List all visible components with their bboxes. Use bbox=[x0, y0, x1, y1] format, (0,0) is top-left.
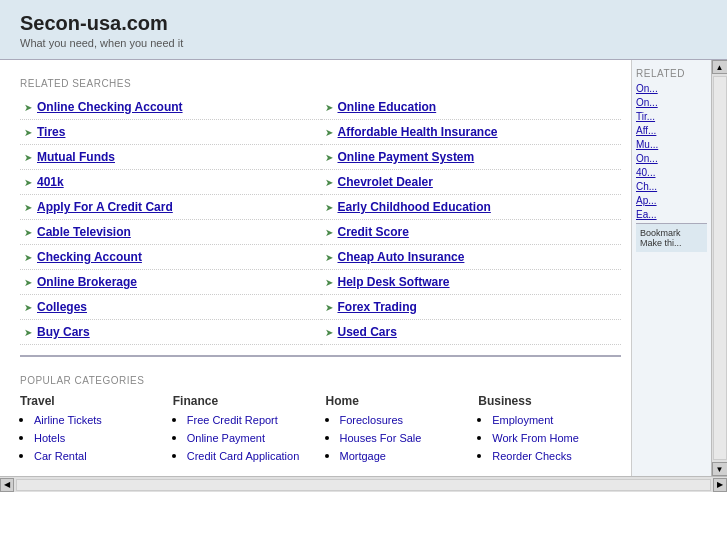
search-link[interactable]: 401k bbox=[37, 175, 64, 189]
bookmark-line2: Make thi... bbox=[640, 238, 682, 248]
arrow-icon: ➤ bbox=[24, 252, 32, 263]
sidebar-link[interactable]: Aff... bbox=[636, 125, 707, 136]
category-link[interactable]: Hotels bbox=[34, 432, 65, 444]
category-title: Travel bbox=[20, 394, 163, 408]
search-link[interactable]: Early Childhood Education bbox=[338, 200, 491, 214]
search-item-right[interactable]: ➤Online Education bbox=[321, 95, 622, 120]
category-title: Home bbox=[326, 394, 469, 408]
search-item-left[interactable]: ➤Tires bbox=[20, 120, 321, 145]
sidebar-link[interactable]: 40... bbox=[636, 167, 707, 178]
search-item-right[interactable]: ➤Credit Score bbox=[321, 220, 622, 245]
category-link[interactable]: Free Credit Report bbox=[187, 414, 278, 426]
search-link[interactable]: Tires bbox=[37, 125, 65, 139]
site-title: Secon-usa.com bbox=[20, 12, 707, 35]
category-link[interactable]: Credit Card Application bbox=[187, 450, 300, 462]
scroll-right-button[interactable]: ▶ bbox=[713, 478, 727, 492]
category-title: Business bbox=[478, 394, 621, 408]
search-item-left[interactable]: ➤401k bbox=[20, 170, 321, 195]
search-link[interactable]: Help Desk Software bbox=[338, 275, 450, 289]
search-link[interactable]: Used Cars bbox=[338, 325, 397, 339]
category-column: BusinessEmploymentWork From HomeReorder … bbox=[478, 394, 621, 466]
category-link[interactable]: Foreclosures bbox=[340, 414, 404, 426]
list-item: Foreclosures bbox=[340, 412, 469, 427]
list-item: Credit Card Application bbox=[187, 448, 316, 463]
arrow-icon: ➤ bbox=[24, 127, 32, 138]
search-link[interactable]: Online Payment System bbox=[338, 150, 475, 164]
sidebar-link[interactable]: On... bbox=[636, 83, 707, 94]
category-link[interactable]: Houses For Sale bbox=[340, 432, 422, 444]
arrow-icon: ➤ bbox=[325, 227, 333, 238]
sidebar-link[interactable]: Tir... bbox=[636, 111, 707, 122]
scroll-down-button[interactable]: ▼ bbox=[712, 462, 728, 476]
header-section: Secon-usa.com What you need, when you ne… bbox=[0, 0, 727, 60]
search-link[interactable]: Cable Television bbox=[37, 225, 131, 239]
search-item-right[interactable]: ➤Forex Trading bbox=[321, 295, 622, 320]
list-item: Online Payment bbox=[187, 430, 316, 445]
category-column: TravelAirline TicketsHotelsCar Rental bbox=[20, 394, 163, 466]
horizontal-scrollbar[interactable]: ◀ ▶ bbox=[0, 476, 727, 492]
category-title: Finance bbox=[173, 394, 316, 408]
vertical-scrollbar[interactable]: ▲ ▼ bbox=[711, 60, 727, 476]
list-item: Airline Tickets bbox=[34, 412, 163, 427]
category-list: Free Credit ReportOnline PaymentCredit C… bbox=[173, 412, 316, 463]
searches-grid: ➤Online Checking Account➤Online Educatio… bbox=[20, 95, 621, 345]
arrow-icon: ➤ bbox=[325, 277, 333, 288]
sidebar-link[interactable]: On... bbox=[636, 153, 707, 164]
arrow-icon: ➤ bbox=[325, 202, 333, 213]
search-link[interactable]: Affordable Health Insurance bbox=[338, 125, 498, 139]
categories-grid: TravelAirline TicketsHotelsCar RentalFin… bbox=[20, 394, 621, 466]
sidebar-link[interactable]: On... bbox=[636, 97, 707, 108]
scroll-up-button[interactable]: ▲ bbox=[712, 60, 728, 74]
search-link[interactable]: Online Education bbox=[338, 100, 437, 114]
search-link[interactable]: Mutual Funds bbox=[37, 150, 115, 164]
search-link[interactable]: Checking Account bbox=[37, 250, 142, 264]
search-item-right[interactable]: ➤Help Desk Software bbox=[321, 270, 622, 295]
search-item-left[interactable]: ➤Cable Television bbox=[20, 220, 321, 245]
search-item-left[interactable]: ➤Buy Cars bbox=[20, 320, 321, 345]
sidebar-link[interactable]: Ap... bbox=[636, 195, 707, 206]
search-link[interactable]: Online Checking Account bbox=[37, 100, 183, 114]
search-item-left[interactable]: ➤Colleges bbox=[20, 295, 321, 320]
search-link[interactable]: Cheap Auto Insurance bbox=[338, 250, 465, 264]
search-link[interactable]: Credit Score bbox=[338, 225, 409, 239]
search-item-right[interactable]: ➤Early Childhood Education bbox=[321, 195, 622, 220]
sidebar-link[interactable]: Mu... bbox=[636, 139, 707, 150]
search-link[interactable]: Online Brokerage bbox=[37, 275, 137, 289]
search-link[interactable]: Chevrolet Dealer bbox=[338, 175, 433, 189]
category-link[interactable]: Reorder Checks bbox=[492, 450, 571, 462]
search-item-right[interactable]: ➤Online Payment System bbox=[321, 145, 622, 170]
right-sidebar: RELATED On...On...Tir...Aff...Mu...On...… bbox=[631, 60, 711, 476]
category-link[interactable]: Work From Home bbox=[492, 432, 579, 444]
search-link[interactable]: Apply For A Credit Card bbox=[37, 200, 173, 214]
category-link[interactable]: Car Rental bbox=[34, 450, 87, 462]
sidebar-link[interactable]: Ch... bbox=[636, 181, 707, 192]
arrow-icon: ➤ bbox=[24, 327, 32, 338]
category-list: ForeclosuresHouses For SaleMortgage bbox=[326, 412, 469, 463]
arrow-icon: ➤ bbox=[325, 177, 333, 188]
arrow-icon: ➤ bbox=[24, 227, 32, 238]
category-link[interactable]: Airline Tickets bbox=[34, 414, 102, 426]
category-link[interactable]: Employment bbox=[492, 414, 553, 426]
popular-categories-label: POPULAR CATEGORIES bbox=[20, 375, 621, 386]
search-link[interactable]: Forex Trading bbox=[338, 300, 417, 314]
search-item-right[interactable]: ➤Used Cars bbox=[321, 320, 622, 345]
category-column: FinanceFree Credit ReportOnline PaymentC… bbox=[173, 394, 316, 466]
search-item-right[interactable]: ➤Affordable Health Insurance bbox=[321, 120, 622, 145]
search-link[interactable]: Buy Cars bbox=[37, 325, 90, 339]
search-item-left[interactable]: ➤Online Checking Account bbox=[20, 95, 321, 120]
category-link[interactable]: Online Payment bbox=[187, 432, 265, 444]
arrow-icon: ➤ bbox=[24, 102, 32, 113]
arrow-icon: ➤ bbox=[325, 152, 333, 163]
sidebar-link[interactable]: Ea... bbox=[636, 209, 707, 220]
category-link[interactable]: Mortgage bbox=[340, 450, 386, 462]
search-item-left[interactable]: ➤Checking Account bbox=[20, 245, 321, 270]
scroll-track[interactable] bbox=[713, 76, 727, 460]
search-item-left[interactable]: ➤Apply For A Credit Card bbox=[20, 195, 321, 220]
search-item-left[interactable]: ➤Mutual Funds bbox=[20, 145, 321, 170]
search-item-right[interactable]: ➤Cheap Auto Insurance bbox=[321, 245, 622, 270]
search-item-left[interactable]: ➤Online Brokerage bbox=[20, 270, 321, 295]
search-link[interactable]: Colleges bbox=[37, 300, 87, 314]
search-item-right[interactable]: ➤Chevrolet Dealer bbox=[321, 170, 622, 195]
horizontal-scroll-track[interactable] bbox=[16, 479, 711, 491]
scroll-left-button[interactable]: ◀ bbox=[0, 478, 14, 492]
